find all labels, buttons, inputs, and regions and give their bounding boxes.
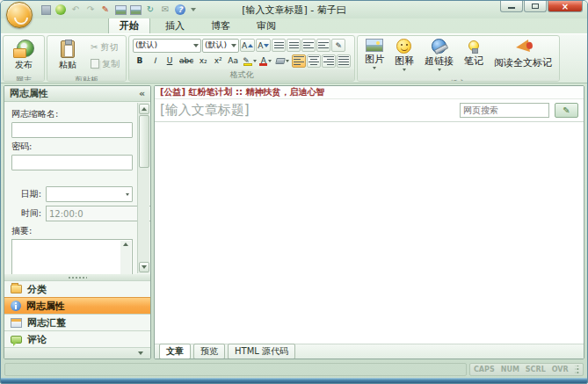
web-search-button[interactable]: ✎ xyxy=(555,103,578,118)
tab-home[interactable]: 开始 xyxy=(108,17,150,33)
summary-scrollbar[interactable] xyxy=(120,241,131,274)
fill-color-button[interactable] xyxy=(274,54,291,68)
info-icon xyxy=(11,301,21,311)
save-icon[interactable] xyxy=(40,4,52,16)
image-alt-icon[interactable] xyxy=(129,4,142,16)
tab-insert[interactable]: 插入 xyxy=(154,17,196,33)
maximize-icon xyxy=(532,4,539,9)
tab-article[interactable]: 文章 xyxy=(159,344,191,359)
bullet-list-button[interactable] xyxy=(272,39,286,52)
align-center-button[interactable] xyxy=(307,54,321,68)
scroll-up-icon[interactable] xyxy=(139,104,149,114)
insert-note-button[interactable]: 笔记 xyxy=(460,38,488,76)
summary-textarea[interactable] xyxy=(11,239,133,274)
superscript-button[interactable]: x² xyxy=(211,54,225,68)
scroll-thumb[interactable] xyxy=(139,115,149,168)
paste-button[interactable]: 粘贴 xyxy=(50,38,85,73)
megaphone-icon xyxy=(516,40,531,54)
password-input[interactable] xyxy=(11,155,133,170)
copy-button[interactable]: 复制 xyxy=(87,56,123,71)
tab-preview[interactable]: 预览 xyxy=(193,344,225,359)
tab-html-source[interactable]: HTML 源代码 xyxy=(228,344,295,359)
qat-customize-icon[interactable] xyxy=(191,8,196,11)
web-publish-icon[interactable] xyxy=(54,4,67,16)
sidebar-item-comments[interactable]: 评论 xyxy=(4,330,150,347)
sidebar-item-categories[interactable]: 分类 xyxy=(4,280,150,297)
sidebar-item-blog-properties[interactable]: 网志属性 xyxy=(4,297,150,314)
redo-icon[interactable]: ↷ xyxy=(84,4,97,16)
insert-hyperlink-button[interactable]: 超链接 xyxy=(420,38,458,76)
align-right-icon xyxy=(323,56,334,65)
emoticon-icon xyxy=(396,39,411,54)
bold-button[interactable]: B xyxy=(133,54,147,68)
undo-icon[interactable]: ↶ xyxy=(69,4,82,16)
align-left-button[interactable] xyxy=(292,54,306,68)
quick-access-toolbar: ↶ ↷ ✎ ↻ ✉ ? xyxy=(40,4,196,16)
article-title-input[interactable]: [输入文章标题] xyxy=(160,102,454,119)
close-button[interactable]: × xyxy=(548,1,583,12)
sidebar-scrollbar[interactable] xyxy=(137,103,149,273)
slug-input[interactable] xyxy=(11,122,133,138)
panel-splitter-handle[interactable] xyxy=(4,274,150,280)
outdent-button[interactable] xyxy=(301,39,316,52)
status-bar: CAPS NUM SCRL OVR xyxy=(1,361,587,378)
time-label: 时间: xyxy=(11,207,41,220)
group-blog-label: 网志 xyxy=(4,75,44,82)
indent-button[interactable] xyxy=(316,39,330,52)
font-size-combo[interactable]: (默认) xyxy=(202,39,239,53)
subscript-button[interactable]: x₂ xyxy=(196,54,210,68)
strikethrough-button[interactable]: abc xyxy=(178,54,195,68)
underline-button[interactable]: U xyxy=(163,54,177,68)
shrink-font-button[interactable]: A xyxy=(256,39,271,52)
maximize-button[interactable] xyxy=(524,1,547,12)
help-icon[interactable]: ? xyxy=(174,4,186,16)
group-insert-label: 插入 xyxy=(358,78,559,82)
quote-pen-icon: ✎ xyxy=(336,41,343,50)
image-icon[interactable] xyxy=(114,4,127,16)
blockquote-button[interactable]: ✎ xyxy=(331,39,345,52)
editor-panel: [公益] 红粉笔计划 :: 精神扶贫，启迪心智 [输入文章标题] ✎ 文章 预览… xyxy=(154,85,584,359)
insert-picture-button[interactable]: 图片 xyxy=(360,38,388,76)
publish-button[interactable]: 发布 xyxy=(6,38,41,73)
resize-grip[interactable] xyxy=(575,366,579,374)
sync-icon[interactable]: ↻ xyxy=(144,4,156,16)
new-post-icon[interactable]: ✎ xyxy=(99,4,112,16)
summary-label: 摘要: xyxy=(11,225,133,237)
article-body-editor[interactable] xyxy=(155,122,584,344)
read-more-marker-button[interactable]: 阅读全文标记 xyxy=(490,38,556,76)
justify-button[interactable] xyxy=(337,54,351,68)
panel-options-button[interactable] xyxy=(4,347,150,359)
group-clipboard: 粘贴 ✂ 剪切 复制 剪贴板 xyxy=(47,35,127,82)
group-clipboard-label: 剪贴板 xyxy=(47,75,126,82)
font-color-button[interactable]: A xyxy=(259,54,273,68)
time-input[interactable] xyxy=(46,206,150,221)
collapse-panel-icon[interactable]: « xyxy=(139,88,145,99)
grow-font-button[interactable]: A xyxy=(240,39,255,52)
scrl-indicator: SCRL xyxy=(526,366,546,373)
sidebar-item-blog-archive[interactable]: 网志汇整 xyxy=(4,314,150,330)
align-right-button[interactable] xyxy=(322,54,336,68)
indent-icon xyxy=(318,42,329,48)
chevron-down-icon xyxy=(373,67,376,69)
highlight-color-bar xyxy=(243,63,252,66)
insert-emoticon-button[interactable]: 图释 xyxy=(390,38,418,76)
date-dropdown[interactable] xyxy=(46,186,133,202)
window-controls: × xyxy=(499,1,583,12)
titlebar: ↶ ↷ ✎ ↻ ✉ ? [输入文章标题] - 菊子曰 × xyxy=(1,1,587,18)
scroll-down-icon[interactable] xyxy=(139,262,149,272)
font-name-combo[interactable]: (默认) xyxy=(133,39,201,53)
office-menu-button[interactable] xyxy=(6,2,33,28)
mail-icon[interactable]: ✉ xyxy=(159,4,171,16)
italic-button[interactable]: I xyxy=(148,54,162,68)
scroll-up-icon[interactable] xyxy=(123,243,128,246)
web-search-input[interactable] xyxy=(460,103,549,118)
change-case-button[interactable]: Aa xyxy=(226,54,240,68)
minimize-button[interactable] xyxy=(500,1,523,12)
numbered-list-button[interactable] xyxy=(287,39,301,52)
minimize-icon xyxy=(508,7,515,9)
news-ticker[interactable]: [公益] 红粉笔计划 :: 精神扶贫，启迪心智 xyxy=(155,86,584,99)
tab-blog[interactable]: 博客 xyxy=(200,17,242,33)
cut-button[interactable]: ✂ 剪切 xyxy=(87,40,123,54)
tab-review[interactable]: 审阅 xyxy=(245,17,287,33)
highlight-color-button[interactable]: ✎ xyxy=(241,54,258,68)
